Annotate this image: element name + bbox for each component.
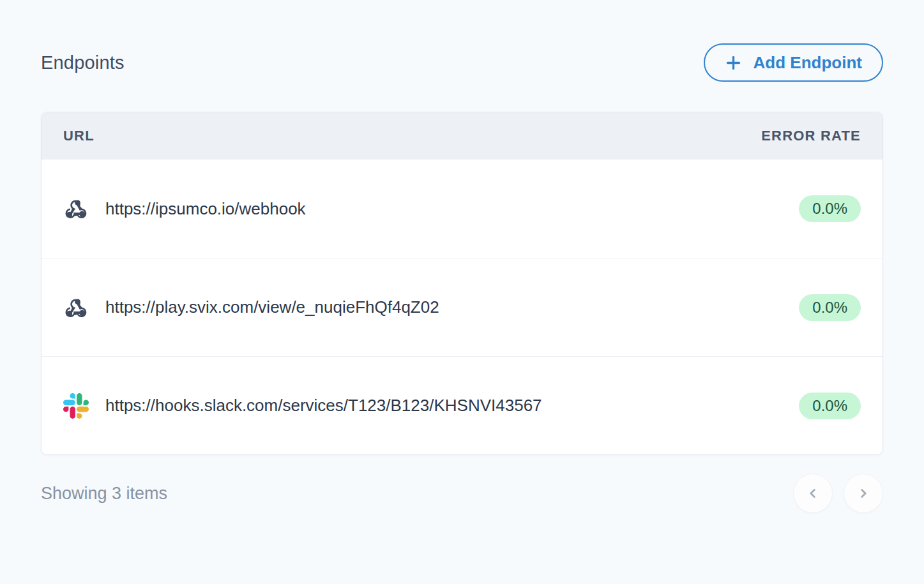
endpoints-table: URL ERROR RATE https://ipsumco.io/webhoo…: [41, 112, 883, 455]
add-endpoint-label: Add Endpoint: [754, 53, 862, 73]
items-count: Showing 3 items: [41, 484, 167, 504]
table-row[interactable]: https://hooks.slack.com/services/T123/B1…: [42, 356, 882, 454]
page-header: Endpoints Add Endpoint: [41, 43, 883, 82]
table-row[interactable]: https://play.svix.com/view/e_nuqieFhQf4q…: [42, 258, 882, 356]
plus-icon: [725, 54, 742, 71]
page-title: Endpoints: [41, 52, 125, 73]
error-rate-badge: 0.0%: [799, 195, 861, 222]
pagination: [793, 474, 883, 513]
next-page-button[interactable]: [844, 474, 883, 513]
error-rate-badge: 0.0%: [799, 393, 861, 419]
prev-page-button[interactable]: [793, 474, 833, 513]
endpoint-url: https://hooks.slack.com/services/T123/B1…: [105, 396, 799, 416]
table-header: URL ERROR RATE: [42, 112, 882, 160]
table-row[interactable]: https://ipsumco.io/webhook 0.0%: [42, 160, 882, 258]
chevron-right-icon: [856, 486, 870, 500]
table-body: https://ipsumco.io/webhook 0.0% https://…: [42, 160, 882, 454]
slack-icon: [63, 393, 89, 419]
endpoint-url: https://play.svix.com/view/e_nuqieFhQf4q…: [105, 297, 799, 317]
webhook-icon: [63, 295, 89, 320]
endpoint-url: https://ipsumco.io/webhook: [105, 199, 799, 219]
chevron-left-icon: [806, 486, 820, 500]
table-footer: Showing 3 items: [41, 474, 883, 513]
error-rate-badge: 0.0%: [799, 294, 861, 321]
column-header-error-rate: ERROR RATE: [761, 128, 861, 144]
column-header-url: URL: [63, 128, 95, 144]
add-endpoint-button[interactable]: Add Endpoint: [704, 43, 883, 82]
webhook-icon: [63, 196, 89, 221]
